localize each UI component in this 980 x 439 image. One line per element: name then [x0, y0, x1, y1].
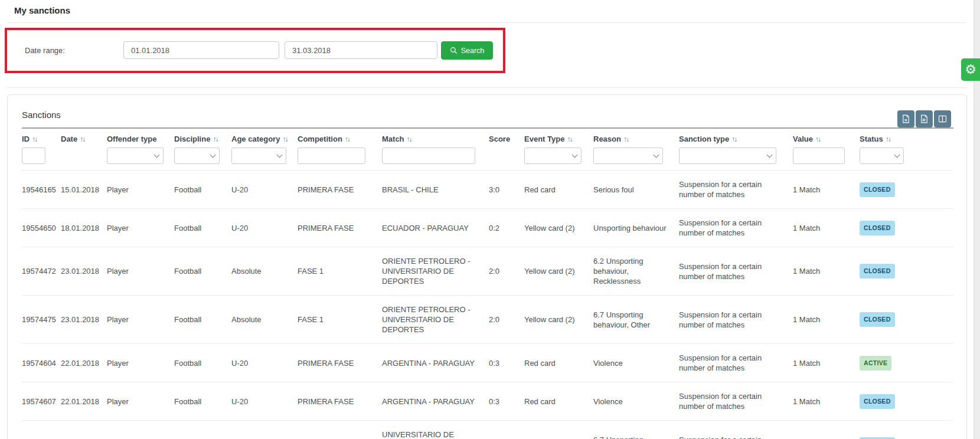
cell-discipline: Football: [174, 171, 231, 209]
filter-select-status[interactable]: [860, 148, 904, 164]
column-header-reason[interactable]: Reason↑↓: [593, 128, 679, 146]
filter-select-wrap: [524, 148, 582, 164]
date-range-filter-panel: Date range: Search: [5, 28, 505, 73]
filter-select-reason[interactable]: [593, 148, 663, 164]
status-badge: CLOSED: [860, 182, 895, 197]
search-button[interactable]: Search: [441, 41, 493, 60]
cell-date: 18.01.2018: [61, 209, 107, 247]
export-excel-button[interactable]: [897, 110, 914, 127]
column-label: Competition: [298, 135, 342, 143]
date-to-input[interactable]: [285, 41, 437, 59]
cell-reason: 6.2 Unsporting behaviour, Recklessness: [593, 247, 679, 296]
cell-age_category: U-20: [231, 171, 298, 209]
cell-reason: Serious foul: [593, 171, 679, 209]
filter-input-value[interactable]: [793, 148, 845, 164]
filter-select-sanction_type[interactable]: [679, 148, 776, 164]
sort-icon[interactable]: ↑↓: [282, 135, 287, 143]
cell-sanction_type: Suspension for a certain number of match…: [679, 344, 793, 382]
column-header-id[interactable]: ID↑↓: [22, 128, 61, 146]
cell-sanction_type: Suspension for a certain number of match…: [679, 171, 793, 209]
cell-id: 19574604: [22, 344, 61, 382]
column-header-value[interactable]: Value↑↓: [793, 128, 860, 146]
cell-event_type: Red card: [524, 382, 593, 421]
column-header-sanction_type[interactable]: Sanction type↑↓: [679, 128, 793, 146]
filter-select-event_type[interactable]: [524, 148, 582, 164]
cell-match: BRASIL - CHILE: [382, 171, 489, 209]
filter-input-competition[interactable]: [298, 148, 365, 164]
column-header-status[interactable]: Status↑↓: [860, 128, 953, 146]
export-pdf-button[interactable]: [916, 110, 933, 127]
filter-input-match[interactable]: [382, 148, 475, 164]
sort-icon[interactable]: ↑↓: [731, 135, 736, 143]
cell-score: 0:3: [489, 344, 524, 382]
cell-id: 19574475: [22, 296, 61, 344]
sort-icon[interactable]: ↑↓: [567, 135, 571, 143]
cell-match: ORIENTE PETROLERO - UNIVERSITARIO DE DEP…: [382, 296, 489, 344]
cell-match: ARGENTINA - PARAGUAY: [382, 382, 489, 421]
cell-date: 23.01.2018: [61, 296, 107, 344]
cell-status: CLOSED: [860, 382, 953, 421]
sort-icon[interactable]: ↑↓: [345, 135, 349, 143]
cell-competition: FASE 1: [298, 247, 382, 296]
filter-select-age_category[interactable]: [231, 148, 286, 164]
filter-select-wrap: [679, 148, 776, 164]
status-badge: ACTIVE: [860, 356, 891, 371]
table-row: 1960444627.01.2018PlayerFootballAbsolute…: [22, 421, 953, 439]
sort-icon[interactable]: ↑↓: [886, 135, 890, 143]
settings-button[interactable]: ⚙: [961, 58, 980, 81]
column-header-discipline[interactable]: Discipline↑↓: [174, 128, 231, 146]
cell-discipline: Football: [174, 421, 231, 439]
file-excel-icon: [901, 114, 910, 123]
sort-icon[interactable]: ↑↓: [407, 135, 411, 143]
cell-sanction_type: Suspension for a certain number of match…: [679, 209, 793, 247]
export-toolbar: [897, 110, 951, 127]
filter-select-wrap: [860, 148, 904, 164]
filter-select-offender_type[interactable]: [107, 148, 164, 164]
column-settings-button[interactable]: [934, 110, 951, 127]
filter-select-discipline[interactable]: [174, 148, 220, 164]
filter-cell-value: [793, 146, 860, 171]
filter-input-id[interactable]: [22, 148, 45, 164]
column-label: Status: [860, 135, 883, 143]
gear-icon: ⚙: [965, 62, 976, 77]
column-header-match[interactable]: Match↑↓: [382, 128, 489, 146]
column-label: Offender type: [107, 135, 157, 143]
sort-icon[interactable]: ↑↓: [80, 135, 84, 143]
cell-reason: Violence: [593, 344, 679, 382]
filter-cell-offender_type: [107, 146, 174, 171]
filter-cell-sanction_type: [679, 146, 793, 171]
cell-score: 3:0: [489, 171, 524, 209]
cell-match: ORIENTE PETROLERO - UNIVERSITARIO DE DEP…: [382, 247, 489, 296]
cell-id: 19604446: [22, 421, 61, 439]
sort-icon[interactable]: ↑↓: [623, 135, 628, 143]
filter-select-wrap: [593, 148, 663, 164]
date-from-input[interactable]: [123, 41, 279, 59]
column-header-score: Score: [489, 128, 524, 146]
sort-icon[interactable]: ↑↓: [213, 135, 217, 143]
cell-discipline: Football: [174, 382, 231, 421]
column-header-event_type[interactable]: Event Type↑↓: [524, 128, 593, 146]
cell-discipline: Football: [174, 209, 231, 247]
cell-sanction_type: Suspension for a certain number of match…: [679, 247, 793, 296]
filter-select-wrap: [231, 148, 286, 164]
cell-competition: PRIMERA FASE: [298, 382, 382, 421]
column-header-competition[interactable]: Competition↑↓: [298, 128, 382, 146]
cell-offender_type: Player: [107, 296, 174, 344]
sanctions-panel: Sanctions ID↑↓Date: [7, 94, 967, 439]
column-header-date[interactable]: Date↑↓: [61, 128, 107, 146]
cell-date: 23.01.2018: [61, 247, 107, 296]
status-badge: CLOSED: [860, 264, 895, 279]
cell-age_category: U-20: [231, 209, 298, 247]
column-label: Score: [489, 135, 510, 143]
sort-icon[interactable]: ↑↓: [32, 135, 37, 143]
column-label: Age category: [231, 135, 280, 143]
table-row: 1955465018.01.2018PlayerFootballU-20PRIM…: [22, 209, 953, 247]
sort-icon[interactable]: ↑↓: [815, 135, 820, 143]
table-row: 1957460422.01.2018PlayerFootballU-20PRIM…: [22, 344, 953, 382]
divider: [7, 87, 966, 88]
file-pdf-icon: [920, 114, 929, 123]
cell-value: 1 Match: [793, 209, 860, 247]
status-badge: CLOSED: [860, 312, 895, 327]
column-header-age_category[interactable]: Age category↑↓: [231, 128, 298, 146]
cell-offender_type: Player: [107, 247, 174, 296]
